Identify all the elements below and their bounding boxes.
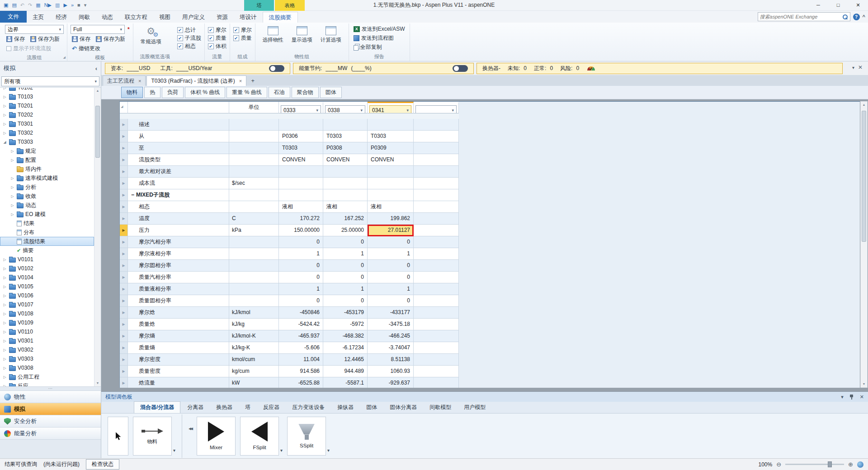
row-label-cell[interactable]: 质量密度 [128, 366, 229, 377]
run-icon[interactable]: ▶ [63, 3, 67, 8]
tree-expander-icon[interactable]: ▷ [2, 321, 7, 325]
tree-expander-icon[interactable]: ▷ [2, 375, 7, 379]
tree-item-塔内件[interactable]: 塔内件 [0, 164, 94, 174]
tree-expander-icon[interactable]: ▷ [2, 285, 7, 289]
ribbon-tab-塔设计[interactable]: 塔设计 [234, 12, 263, 23]
row-selector-cell[interactable]: ▸ [120, 236, 128, 248]
value-cell[interactable]: P0306 [279, 131, 323, 142]
unit-cell[interactable]: kJ/kmol [229, 307, 279, 319]
tree-item-分析[interactable]: ▷分析 [0, 183, 94, 192]
row-label-cell[interactable]: 摩尔液相分率 [128, 248, 229, 260]
row-selector-cell[interactable]: ▸ [120, 131, 128, 142]
value-cell[interactable]: 0 [279, 295, 323, 307]
form-tab-固体[interactable]: 固体 [320, 87, 342, 98]
value-cell[interactable] [414, 366, 459, 377]
row-selector-cell[interactable]: ▸ [120, 319, 128, 330]
value-cell[interactable]: P0309 [368, 142, 414, 154]
tree-item-结果[interactable]: 结果 [0, 219, 94, 228]
nav-button-模拟[interactable]: 模拟 [0, 403, 101, 415]
palette-tab-用户模型[interactable]: 用户模型 [458, 402, 491, 413]
stream-selector-combo[interactable]: 0338▾ [325, 105, 365, 113]
tree-item-V0105[interactable]: ▷V0105 [0, 282, 94, 291]
report-item-2[interactable]: 全部复制 [352, 42, 406, 52]
unit-cell[interactable] [229, 189, 279, 201]
zoom-out-icon[interactable]: ⊖ [776, 461, 781, 468]
close-tab-icon[interactable]: × [138, 78, 141, 84]
save-stream-group-button[interactable]: 保存 [5, 35, 26, 43]
tree-item-T0302[interactable]: ▷T0302 [0, 128, 94, 137]
value-cell[interactable] [414, 342, 459, 354]
value-cell[interactable]: 27.01127 [368, 225, 414, 236]
grid-corner-cell[interactable]: ◢ [120, 102, 128, 113]
unit-cell[interactable]: kJ/kg [229, 319, 279, 330]
tree-expander-icon[interactable]: ▷ [10, 194, 15, 198]
unit-cell[interactable]: C [229, 213, 279, 225]
value-cell[interactable]: CONVEN [368, 154, 414, 166]
value-cell[interactable]: -3.74047 [368, 342, 414, 354]
energy-bar-collapse-icon[interactable]: ▾ [852, 65, 854, 70]
tree-expander-icon[interactable]: ▷ [10, 185, 15, 189]
tree-item-V0102[interactable]: ▷V0102 [0, 264, 94, 273]
ribbon-tab-间歇[interactable]: 间歇 [73, 12, 96, 23]
tree-item-EO 建模[interactable]: ▷EO 建模 [0, 210, 94, 219]
ribbon-tab-用户定义[interactable]: 用户定义 [176, 12, 211, 23]
value-cell[interactable]: 0 [279, 260, 323, 272]
value-cell[interactable]: 199.862 [368, 213, 414, 225]
undo-icon[interactable]: ↶ [20, 3, 24, 8]
value-cell[interactable]: 12.4465 [323, 354, 368, 366]
checkbox-总计[interactable]: ✔总计 [177, 26, 201, 34]
row-label-cell[interactable]: 摩尔焓 [128, 307, 229, 319]
value-cell[interactable]: 0 [323, 295, 368, 307]
tree-expander-icon[interactable]: ▷ [2, 122, 7, 126]
value-cell[interactable]: 1 [323, 283, 368, 295]
dialog-launcher-icon[interactable]: ◢ [63, 56, 66, 59]
value-cell[interactable] [414, 307, 459, 319]
value-cell[interactable] [368, 189, 414, 201]
value-cell[interactable]: 1 [323, 248, 368, 260]
tree-expander-icon[interactable]: ▷ [2, 339, 7, 343]
row-selector-cell[interactable]: ▸ [120, 260, 128, 272]
row-selector-cell[interactable]: ▸ [120, 225, 128, 236]
unit-cell[interactable] [229, 248, 279, 260]
report-item-0[interactable]: X发送到Excel/ASW [352, 24, 406, 33]
unit-cell[interactable]: $/sec [229, 178, 279, 189]
search-box[interactable] [758, 12, 850, 21]
tree-item-收敛[interactable]: ▷收敛 [0, 192, 94, 201]
value-cell[interactable]: 液相 [368, 201, 414, 213]
row-selector-cell[interactable]: ▸ [120, 330, 128, 342]
cost-toggle[interactable] [269, 65, 284, 72]
tree-item-T0301[interactable]: ▷T0301 [0, 119, 94, 128]
value-cell[interactable] [414, 260, 459, 272]
zoom-slider[interactable] [785, 464, 844, 465]
pane-splitter[interactable]: ⋯ [0, 386, 101, 390]
unit-cell[interactable]: kJ/kmol-K [229, 330, 279, 342]
nav-button-安全分析[interactable]: 安全分析 [0, 415, 101, 427]
caret-down-icon[interactable]: ▾ [280, 448, 283, 456]
value-cell[interactable]: P0308 [323, 142, 368, 154]
row-label-cell[interactable]: 质量熵 [128, 342, 229, 354]
value-cell[interactable] [414, 319, 459, 330]
tree-item-流股结果[interactable]: 流股结果 [0, 237, 94, 246]
unit-cell[interactable] [229, 260, 279, 272]
tree-expander-icon[interactable]: ▷ [10, 176, 15, 180]
palette-scroll-left-icon[interactable]: ◂◂ [189, 425, 192, 447]
unit-cell[interactable]: kmol/cum [229, 354, 279, 366]
value-cell[interactable] [414, 272, 459, 283]
app-icon[interactable]: ▣ [4, 3, 8, 8]
value-cell[interactable]: -5424.42 [279, 319, 323, 330]
tree-item-分布[interactable]: 分布 [0, 228, 94, 237]
minimize-button[interactable]: ─ [808, 0, 828, 10]
checkbox-体积[interactable]: ✔体积 [208, 42, 226, 50]
value-cell[interactable]: -6525.88 [279, 377, 323, 388]
value-cell[interactable]: 0 [323, 272, 368, 283]
tree-expander-icon[interactable]: ▷ [2, 330, 7, 334]
form-tab-聚合物[interactable]: 聚合物 [292, 87, 319, 98]
tree-item-V0108[interactable]: ▷V0108 [0, 309, 94, 318]
tree-expander-icon[interactable]: ▷ [2, 312, 7, 316]
row-label-cell[interactable]: 流股类型 [128, 154, 229, 166]
tree-item-T0303[interactable]: ◢T0303 [0, 137, 94, 146]
checkbox-相态[interactable]: ✔相态 [177, 42, 201, 50]
value-cell[interactable]: 液相 [323, 201, 368, 213]
value-cell[interactable] [279, 119, 323, 131]
value-cell[interactable] [414, 131, 459, 142]
